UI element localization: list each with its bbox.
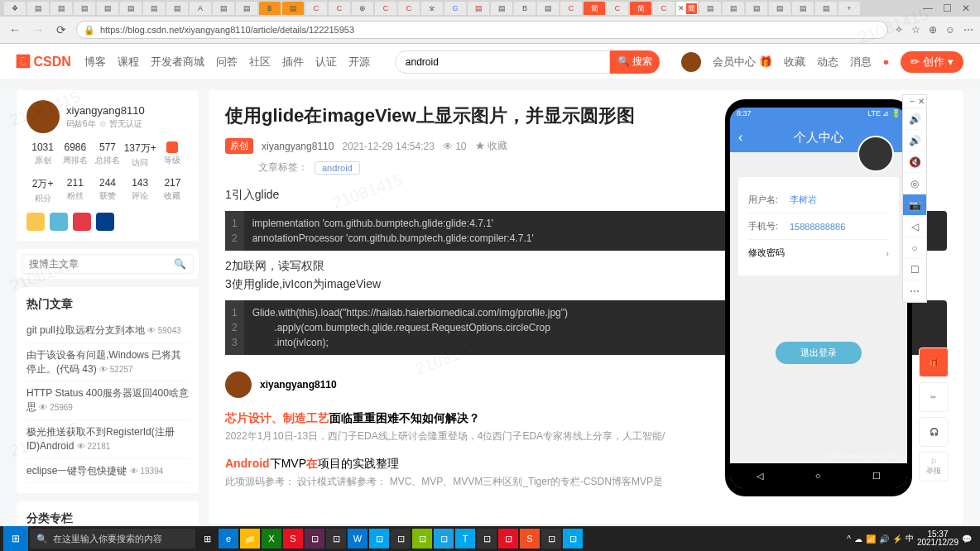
news-link[interactable]: 动态: [817, 55, 838, 69]
tab[interactable]: B: [514, 2, 536, 15]
tab[interactable]: ▤: [50, 2, 72, 15]
tab[interactable]: ※: [421, 2, 443, 15]
search-button[interactable]: 🔍 搜索: [610, 50, 660, 74]
msg-link[interactable]: 消息: [850, 55, 872, 69]
nav-opensource[interactable]: 开源: [348, 55, 370, 69]
badge-icon[interactable]: [50, 213, 68, 231]
fav-link[interactable]: 收藏: [784, 55, 805, 69]
search-icon[interactable]: 🔍: [174, 258, 186, 270]
tab[interactable]: ▤: [166, 2, 188, 15]
phone-avatar[interactable]: [858, 136, 894, 172]
nav-course[interactable]: 课程: [118, 55, 139, 69]
tab[interactable]: ▤: [236, 2, 257, 15]
close-icon[interactable]: ✕: [962, 2, 970, 14]
taskbar-app[interactable]: e: [219, 529, 238, 549]
article-link[interactable]: 极光推送获取不到RegisterId(注册ID)Android 👁 22181: [26, 420, 189, 459]
tab[interactable]: ▤: [723, 2, 744, 15]
nav-blog[interactable]: 博客: [84, 55, 106, 69]
taskbar-app[interactable]: ⊡: [477, 529, 497, 549]
taskbar-app[interactable]: ⊡: [305, 529, 324, 549]
nav-cert[interactable]: 认证: [315, 55, 337, 69]
tab[interactable]: ▤: [74, 2, 95, 15]
vip-link[interactable]: 会员中心 🎁: [713, 55, 772, 69]
create-button[interactable]: ✏ 创作▾: [901, 51, 963, 73]
tray-icon[interactable]: ⚡: [892, 534, 902, 544]
badge-icon[interactable]: [73, 213, 91, 231]
author-avatar[interactable]: [26, 100, 60, 133]
phone-nav-recent-icon[interactable]: ☐: [872, 471, 881, 482]
tool-volume-icon[interactable]: 🔊: [903, 108, 926, 130]
taskbar-app[interactable]: X: [262, 529, 281, 549]
tab[interactable]: ▤: [97, 2, 118, 15]
nav-community[interactable]: 社区: [249, 55, 271, 69]
tab[interactable]: ❖: [4, 2, 26, 15]
maximize-icon[interactable]: ☐: [943, 2, 952, 14]
tab[interactable]: G: [444, 2, 466, 15]
menu-icon[interactable]: ⋯: [963, 24, 973, 36]
tool-volume2-icon[interactable]: 🔊: [903, 130, 926, 151]
taskbar-app[interactable]: S: [283, 529, 303, 549]
tab[interactable]: C: [607, 2, 628, 15]
badge-icon[interactable]: [26, 213, 45, 231]
tab[interactable]: C: [305, 2, 327, 15]
reader-icon[interactable]: ✧: [895, 24, 903, 36]
phone-nav-home-icon[interactable]: ○: [815, 471, 821, 481]
author-name[interactable]: xiyangyang8110: [66, 104, 145, 117]
pin-icon[interactable]: −: [910, 97, 915, 106]
tab-active[interactable]: ✕简: [676, 2, 698, 15]
tool-more-icon[interactable]: ⋯: [903, 280, 926, 302]
badge-icon[interactable]: [96, 213, 114, 231]
float-support-icon[interactable]: 🎧: [919, 417, 949, 447]
taskbar-app[interactable]: S: [520, 529, 540, 549]
search-input[interactable]: [395, 50, 610, 74]
author-name-footer[interactable]: xiyangyang8110: [260, 379, 337, 390]
taskbar-app[interactable]: ⊡: [541, 529, 561, 549]
tab[interactable]: 简: [630, 2, 651, 15]
refresh-button[interactable]: ⟳: [53, 22, 70, 38]
nav-plugin[interactable]: 插件: [282, 55, 304, 69]
tab[interactable]: ▤: [491, 2, 512, 15]
blog-search-input[interactable]: [29, 258, 174, 270]
phone-back-icon[interactable]: ‹: [738, 130, 742, 145]
author-avatar-small[interactable]: [225, 371, 252, 398]
tab[interactable]: ฿: [259, 2, 281, 15]
article-link[interactable]: 由于该设备有问题,Windows 已将其停止。(代码 43) 👁 52257: [26, 343, 189, 382]
tab[interactable]: 简: [584, 2, 605, 15]
tool-target-icon[interactable]: ◎: [903, 173, 926, 194]
close-icon[interactable]: ✕: [918, 97, 925, 106]
tab[interactable]: ▤: [27, 2, 49, 15]
taskbar-app[interactable]: ⊡: [369, 529, 389, 549]
taskbar-app[interactable]: ⊡: [391, 529, 411, 549]
tab[interactable]: ▤: [815, 2, 837, 15]
user-avatar[interactable]: [681, 52, 701, 72]
taskbar-app[interactable]: T: [455, 529, 475, 549]
csdn-logo[interactable]: 🅲 CSDN: [17, 55, 71, 69]
float-edit-icon[interactable]: ✏: [919, 382, 949, 412]
float-gift-icon[interactable]: 🎁: [919, 347, 949, 377]
tab[interactable]: ⊕: [352, 2, 373, 15]
profile-icon[interactable]: ☺: [945, 24, 955, 36]
logout-button[interactable]: 退出登录: [776, 342, 862, 364]
nav-shop[interactable]: 开发者商城: [151, 55, 204, 69]
taskbar-app[interactable]: ⊡: [563, 529, 583, 549]
tab[interactable]: ▤: [699, 2, 721, 15]
taskbar-app[interactable]: ⊡: [412, 529, 432, 549]
tab[interactable]: ▤: [213, 2, 234, 15]
tray-icon[interactable]: 🔊: [879, 534, 889, 544]
minimize-icon[interactable]: —: [923, 2, 933, 14]
taskbar-app[interactable]: W: [348, 529, 368, 549]
tab[interactable]: C: [653, 2, 675, 15]
collections-icon[interactable]: ⊕: [929, 24, 937, 36]
tab[interactable]: C: [398, 2, 420, 15]
tab[interactable]: C: [560, 2, 582, 15]
tab[interactable]: A: [190, 2, 211, 15]
taskbar-app[interactable]: 📁: [240, 529, 260, 549]
nav-qa[interactable]: 问答: [216, 55, 238, 69]
tray-icon[interactable]: 📶: [866, 534, 876, 544]
new-tab[interactable]: +: [838, 2, 860, 15]
article-link[interactable]: eclipse一键导包快捷键 👁 19394: [26, 459, 189, 484]
tab[interactable]: ▤: [769, 2, 790, 15]
fav-button[interactable]: ★ 收藏: [475, 139, 507, 153]
article-author[interactable]: xiyangyang8110: [262, 141, 334, 152]
tab[interactable]: ▤: [120, 2, 142, 15]
